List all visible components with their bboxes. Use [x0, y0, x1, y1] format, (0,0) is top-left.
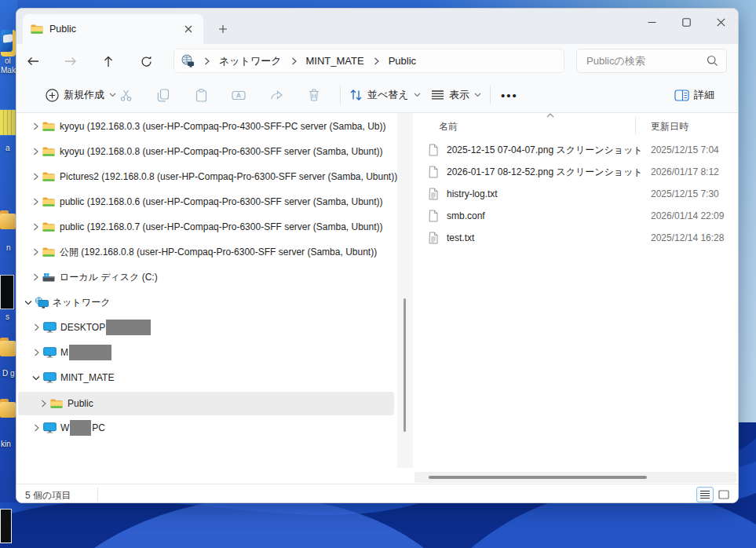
- up-button[interactable]: [98, 51, 119, 71]
- close-button[interactable]: [703, 9, 738, 35]
- file-row[interactable]: smb.conf 2026/01/14 22:09: [415, 205, 739, 227]
- breadcrumb-item-mint-mate[interactable]: MINT_MATE: [303, 55, 367, 67]
- sidebar-item-local-disk[interactable]: ローカル ディスク (C:): [18, 266, 394, 288]
- file-date: 2025/12/14 16:28: [651, 232, 724, 243]
- new-tab-button[interactable]: [213, 20, 233, 38]
- file-row[interactable]: histry-log.txt 2025/12/15 7:30: [415, 183, 739, 205]
- status-bar: 5 個の項目: [16, 484, 738, 503]
- toolbar: 新規作成: [16, 78, 738, 113]
- chevron-right-icon[interactable]: [30, 349, 42, 356]
- maximize-button[interactable]: [669, 9, 703, 35]
- chevron-right-icon[interactable]: [29, 273, 42, 281]
- chevron-down-icon[interactable]: [22, 300, 35, 305]
- view-button[interactable]: 表示: [431, 78, 481, 112]
- folder-icon: [42, 221, 56, 232]
- sidebar-scrollbar[interactable]: [397, 113, 413, 468]
- file-name: test.txt: [447, 232, 474, 243]
- desktop-folder-icon[interactable]: [0, 399, 16, 419]
- rename-button[interactable]: [226, 83, 251, 107]
- horizontal-scrollbar[interactable]: [415, 472, 736, 483]
- search-icon[interactable]: [707, 55, 718, 67]
- chevron-right-icon[interactable]: [29, 198, 42, 206]
- status-divider: [97, 488, 98, 501]
- sidebar-item-label: kyoyu (192.168.0.3 (user-HP-Compaq-Pro-4…: [60, 121, 385, 132]
- sidebar-scrollbar-thumb[interactable]: [404, 298, 406, 432]
- sidebar-item-pc[interactable]: W PC: [18, 417, 394, 439]
- sidebar-item-share[interactable]: Pictures2 (192.168.0.8 (user-HP-Compaq-P…: [18, 166, 394, 188]
- chevron-right-icon[interactable]: [29, 223, 42, 231]
- explorer-window: Public: [16, 8, 739, 503]
- minimize-button[interactable]: [634, 9, 669, 35]
- more-button[interactable]: •••: [501, 78, 518, 112]
- copy-button[interactable]: [151, 83, 176, 107]
- breadcrumb[interactable]: ネットワーク MINT_MATE Public: [173, 49, 564, 73]
- breadcrumb-chevron-icon: [198, 57, 216, 65]
- back-button[interactable]: [23, 51, 43, 71]
- sidebar-item-share[interactable]: kyoyu (192.168.0.3 (user-HP-Compaq-Pro-4…: [18, 115, 394, 137]
- sidebar-item-share[interactable]: 公開 (192.168.0.8 (user-HP-Compaq-Pro-6300…: [18, 241, 394, 263]
- chevron-right-icon[interactable]: [29, 248, 42, 256]
- sidebar-item-share[interactable]: public (192.168.0.6 (user-HP-Compaq-Pro-…: [18, 191, 394, 213]
- folder-icon: [42, 196, 56, 207]
- search-input[interactable]: [577, 49, 726, 72]
- tab-close-button[interactable]: [181, 22, 195, 36]
- cut-button[interactable]: [113, 83, 138, 107]
- sidebar-item-pc[interactable]: M: [18, 342, 394, 364]
- forward-button[interactable]: [60, 51, 81, 71]
- sidebar-item-share[interactable]: public (192.168.0.7 (user-HP-Compaq-Pro-…: [18, 216, 394, 238]
- chevron-right-icon[interactable]: [29, 148, 42, 155]
- desktop-black-icon[interactable]: [0, 275, 14, 309]
- folder-icon: [42, 171, 56, 182]
- paste-button[interactable]: [188, 83, 214, 107]
- file-name: histry-log.txt: [447, 188, 498, 199]
- share-button[interactable]: [264, 83, 289, 107]
- details-view-button[interactable]: [696, 487, 714, 502]
- breadcrumb-chevron-icon: [285, 57, 303, 65]
- file-row[interactable]: test.txt 2025/12/14 16:28: [415, 227, 739, 249]
- details-pane-button[interactable]: 詳細: [674, 78, 714, 112]
- chevron-right-icon[interactable]: [37, 400, 49, 407]
- details-pane-icon: [674, 90, 689, 101]
- pc-icon: [42, 322, 57, 333]
- breadcrumb-item-public[interactable]: Public: [385, 55, 419, 67]
- sidebar-item-public-selected[interactable]: Public: [18, 392, 394, 415]
- horizontal-scrollbar-thumb[interactable]: [429, 476, 647, 479]
- sidebar-item-share[interactable]: kyoyu (192.168.0.8 (user-HP-Compaq-Pro-6…: [18, 141, 394, 163]
- sort-button[interactable]: 並べ替え: [349, 78, 421, 112]
- large-icons-view-button[interactable]: [715, 487, 732, 502]
- breadcrumb-item-network[interactable]: ネットワーク: [216, 54, 285, 68]
- file-name: 2026-01-17 08-12-52.png スクリーンショット: [447, 166, 643, 179]
- chevron-down-icon[interactable]: [30, 375, 42, 381]
- tab-title: Public: [49, 24, 175, 35]
- sidebar-item-network[interactable]: ネットワーク: [18, 291, 394, 313]
- navigation-pane: kyoyu (192.168.0.3 (user-HP-Compaq-Pro-4…: [16, 113, 397, 484]
- new-button[interactable]: 新規作成: [46, 78, 116, 112]
- column-divider[interactable]: [635, 117, 636, 134]
- chevron-right-icon[interactable]: [30, 424, 42, 432]
- sidebar-item-pc[interactable]: DESKTOP: [18, 316, 394, 338]
- chevron-right-icon[interactable]: [29, 173, 42, 181]
- tab-public[interactable]: Public: [23, 14, 203, 44]
- sidebar-item-mint-mate[interactable]: MINT_MATE: [18, 367, 394, 389]
- folder-icon: [42, 121, 56, 132]
- sidebar-item-label: kyoyu (192.168.0.8 (user-HP-Compaq-Pro-6…: [60, 146, 383, 157]
- desktop-app-icon[interactable]: [1, 30, 16, 57]
- redaction-box: [69, 345, 111, 360]
- delete-button[interactable]: [301, 83, 327, 107]
- file-row[interactable]: 2025-12-15 07-04-07.png スクリーンショット 2025/1…: [415, 139, 739, 161]
- breadcrumb-chevron-icon: [367, 57, 385, 65]
- file-row[interactable]: 2026-01-17 08-12-52.png スクリーンショット 2026/0…: [415, 161, 739, 183]
- chevron-right-icon[interactable]: [29, 122, 42, 130]
- plus-circle-icon: [46, 89, 59, 102]
- column-header-name[interactable]: 名前: [439, 120, 458, 133]
- chevron-right-icon[interactable]: [30, 323, 42, 331]
- folder-icon: [42, 247, 56, 258]
- desktop-black-icon[interactable]: [0, 509, 12, 543]
- desktop-folder-icon[interactable]: [0, 210, 16, 231]
- refresh-button[interactable]: [136, 51, 156, 71]
- desktop-pixel-icon[interactable]: [0, 110, 16, 135]
- column-header-modified[interactable]: 更新日時: [651, 120, 688, 133]
- sidebar-item-label: public (192.168.0.6 (user-HP-Compaq-Pro-…: [60, 196, 383, 207]
- file-list-pane: 名前 更新日時 2025-12-15 07-04-07.png スクリーンショッ…: [415, 113, 739, 484]
- desktop-folder-icon[interactable]: [0, 338, 16, 358]
